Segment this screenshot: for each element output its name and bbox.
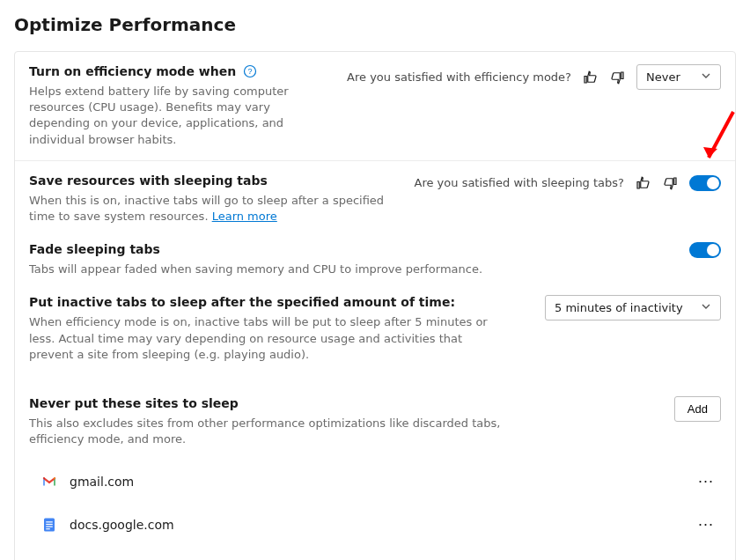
timeout-select[interactable]: 5 minutes of inactivity: [545, 295, 721, 321]
site-item: gmail.com···: [29, 460, 721, 503]
chevron-down-icon: [701, 70, 711, 84]
add-button[interactable]: Add: [674, 396, 721, 422]
svg-rect-6: [46, 524, 53, 525]
never-sleep-section: Never put these sites to sleep This also…: [15, 375, 735, 560]
more-options-button[interactable]: ···: [691, 468, 721, 494]
thumbs-up-icon[interactable]: [580, 68, 599, 87]
fade-toggle[interactable]: [689, 242, 721, 258]
svg-rect-8: [46, 528, 50, 529]
svg-rect-5: [46, 521, 53, 522]
timeout-select-value: 5 minutes of inactivity: [555, 301, 683, 314]
fade-desc: Tabs will appear faded when saving memor…: [29, 262, 482, 277]
sleeping-toggle[interactable]: [689, 175, 721, 191]
chevron-down-icon: [701, 301, 711, 314]
site-item: docs.google.com···: [29, 503, 721, 546]
sleeping-title: Save resources with sleeping tabs: [29, 173, 401, 188]
page-title: Optimize Performance: [14, 14, 736, 35]
sleeping-desc-text: When this is on, inactive tabs will go t…: [29, 194, 384, 223]
efficiency-feedback-text: Are you satisfied with efficiency mode?: [347, 70, 571, 84]
sleeping-feedback-text: Are you satisfied with sleeping tabs?: [415, 176, 624, 189]
site-item: Nnerdschalk.com···: [29, 546, 721, 560]
site-favicon-icon: [41, 517, 57, 533]
thumbs-down-icon[interactable]: [608, 68, 628, 87]
efficiency-section: Turn on efficiency mode when ? Helps ext…: [15, 52, 735, 160]
site-name: gmail.com: [70, 475, 134, 489]
site-favicon-icon: [41, 474, 57, 490]
efficiency-title: Turn on efficiency mode when: [29, 64, 236, 78]
sleeping-desc: When this is on, inactive tabs will go t…: [29, 193, 401, 225]
fade-title: Fade sleeping tabs: [29, 242, 482, 256]
fade-section: Fade sleeping tabs Tabs will appear fade…: [15, 237, 735, 290]
thumbs-down-icon[interactable]: [661, 173, 680, 193]
help-icon[interactable]: ?: [243, 64, 257, 78]
svg-rect-7: [46, 526, 53, 527]
settings-card: Turn on efficiency mode when ? Helps ext…: [14, 51, 736, 560]
site-list: gmail.com···docs.google.com···Nnerdschal…: [29, 460, 721, 560]
efficiency-select-value: Never: [646, 70, 680, 84]
never-sleep-desc: This also excludes sites from other perf…: [29, 416, 504, 447]
timeout-title: Put inactive tabs to sleep after the spe…: [29, 295, 504, 309]
svg-text:?: ?: [248, 67, 253, 76]
never-sleep-title: Never put these sites to sleep: [29, 396, 504, 410]
efficiency-select[interactable]: Never: [636, 64, 721, 90]
efficiency-desc: Helps extend battery life by saving comp…: [29, 84, 333, 148]
thumbs-up-icon[interactable]: [633, 173, 652, 193]
more-options-button[interactable]: ···: [691, 512, 721, 537]
sleeping-section: Save resources with sleeping tabs When t…: [15, 160, 735, 237]
timeout-section: Put inactive tabs to sleep after the spe…: [15, 290, 735, 375]
site-name: docs.google.com: [70, 518, 174, 532]
timeout-desc: When efficiency mode is on, inactive tab…: [29, 314, 504, 363]
learn-more-link[interactable]: Learn more: [212, 210, 277, 223]
more-options-button[interactable]: ···: [691, 555, 721, 560]
